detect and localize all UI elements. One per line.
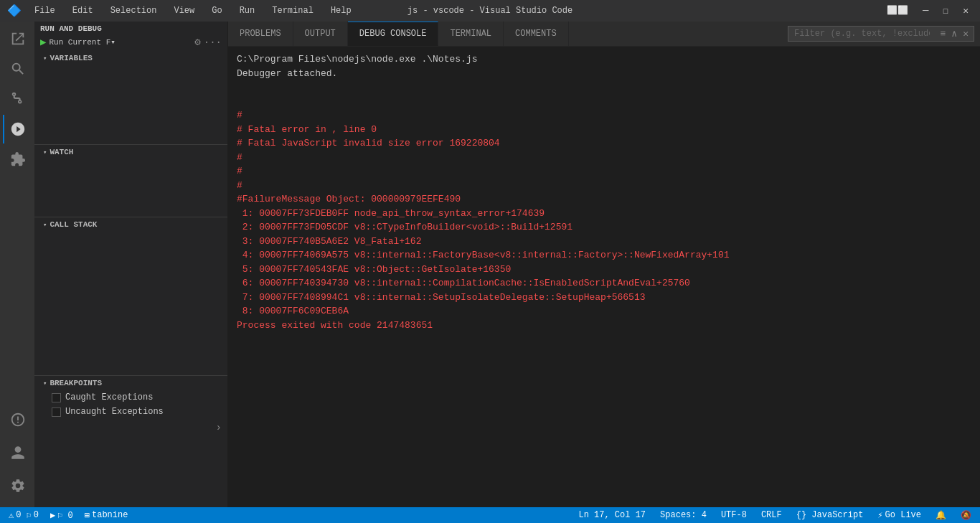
status-encoding[interactable]: UTF-8: [718, 510, 750, 520]
more-actions-button[interactable]: ···: [204, 37, 222, 48]
caught-exceptions-label: Caught Exceptions: [65, 392, 153, 402]
callstack-label: CALL STACK: [50, 220, 97, 229]
tab-output[interactable]: OUTPUT: [293, 22, 348, 46]
filter-close-icon[interactable]: ✕: [961, 27, 971, 40]
breakpoints-chevron-icon: ▾: [43, 380, 47, 387]
title-bar: 🔷 File Edit Selection View Go Run Termin…: [0, 0, 980, 22]
status-tabnine[interactable]: ⊞ tabnine: [82, 510, 131, 521]
run-current-file-button[interactable]: ▶: [40, 36, 46, 48]
window-controls: ⬜⬜ ─ ☐ ✕: [882, 4, 973, 18]
watch-section-header[interactable]: ▾ WATCH: [34, 144, 227, 159]
minimize-button[interactable]: ─: [918, 4, 933, 18]
status-warnings[interactable]: ⚠ 0 ⚐ 0: [6, 510, 42, 521]
breakpoints-section: ▾ BREAKPOINTS Caught Exceptions Uncaught…: [34, 375, 227, 436]
console-line: #: [237, 164, 971, 179]
filter-list-icon[interactable]: ≡: [938, 28, 948, 40]
run-controls: RUN AND DEBUG: [34, 22, 227, 36]
console-line: 3: 00007FF740B5A6E2 V8_Fatal+162: [237, 235, 971, 249]
run-debug-label: RUN AND DEBUG: [40, 24, 102, 33]
sidebar: RUN AND DEBUG ▶ Run Current F▾ ⚙ ··· ▾ V…: [34, 22, 228, 507]
menu-bar: File Edit Selection View Go Run Terminal…: [32, 4, 354, 17]
breakpoints-more-row: ›: [34, 419, 227, 436]
status-line-ending[interactable]: CRLF: [758, 510, 785, 520]
warning-count: 0: [16, 510, 21, 520]
activity-remote[interactable]: [3, 405, 32, 434]
breakpoints-label: BREAKPOINTS: [50, 379, 102, 387]
uncaught-exceptions-label: Uncaught Exceptions: [65, 407, 164, 417]
caught-exceptions-checkbox[interactable]: [52, 393, 61, 402]
console-line: #: [237, 179, 971, 193]
uncaught-exceptions-checkbox[interactable]: [52, 407, 61, 417]
main-area: PROBLEMS OUTPUT DEBUG CONSOLE TERMINAL C…: [228, 22, 980, 507]
activity-extensions[interactable]: [3, 145, 32, 174]
cursor-position-label: Ln 17, Col 17: [578, 510, 646, 520]
layout-icon[interactable]: ⬜⬜: [882, 4, 913, 18]
activity-run-debug[interactable]: [3, 115, 32, 143]
variables-label: VARIABLES: [50, 54, 92, 62]
variables-chevron-icon: ▾: [43, 55, 47, 62]
tab-actions: ≡ ∧ ✕: [782, 22, 980, 46]
callstack-chevron-icon: ▾: [43, 221, 47, 229]
run-controls-bar: ▶ Run Current F▾ ⚙ ···: [34, 36, 227, 51]
console-line: #: [237, 108, 971, 123]
status-mute[interactable]: 🔕: [958, 510, 974, 521]
app-body: RUN AND DEBUG ▶ Run Current F▾ ⚙ ··· ▾ V…: [0, 22, 980, 507]
tab-terminal[interactable]: TERMINAL: [438, 22, 504, 46]
activity-settings[interactable]: [3, 471, 32, 500]
menu-help[interactable]: Help: [328, 4, 354, 17]
line-ending-label: CRLF: [761, 510, 782, 520]
tab-problems[interactable]: PROBLEMS: [228, 22, 293, 46]
tab-comments[interactable]: COMMENTS: [504, 22, 569, 46]
activity-search[interactable]: [3, 55, 32, 83]
watch-content: [34, 159, 227, 217]
breakpoints-expand-icon[interactable]: ›: [216, 422, 222, 433]
console-line: 1: 00007FF73FDEB0FF node_api_throw_synta…: [237, 207, 971, 221]
vscode-logo-icon: 🔷: [7, 4, 22, 18]
filter-input-group: ≡ ∧ ✕: [788, 26, 974, 42]
filter-chevron-up-icon[interactable]: ∧: [949, 27, 959, 40]
status-language[interactable]: {} JavaScript: [793, 510, 867, 520]
console-output[interactable]: C:\Program Files\nodejs\node.exe .\Notes…: [228, 47, 980, 507]
menu-terminal[interactable]: Terminal: [269, 4, 316, 17]
console-line: 7: 00007FF7408994C1 v8::internal::SetupI…: [237, 291, 971, 305]
menu-selection[interactable]: Selection: [108, 4, 160, 17]
console-line: C:\Program Files\nodejs\node.exe .\Notes…: [237, 52, 971, 67]
console-line: 5: 00007FF740543FAE v8::Object::GetIsola…: [237, 263, 971, 277]
callstack-section-header[interactable]: ▾ CALL STACK: [34, 217, 227, 232]
console-line: 2: 00007FF73FD05CDF v8::CTypeInfoBuilder…: [237, 220, 971, 235]
mute-icon: 🔕: [961, 510, 971, 521]
sidebar-sections: ▾ VARIABLES ▾ WATCH ▾ CALL STACK ▾ BREAK…: [34, 51, 227, 507]
watch-label: WATCH: [50, 148, 73, 156]
status-spaces[interactable]: Spaces: 4: [657, 510, 710, 520]
status-go-live[interactable]: ⚡ Go Live: [875, 510, 924, 521]
watch-chevron-icon: ▾: [43, 149, 47, 156]
tabnine-label: tabnine: [92, 510, 128, 520]
console-line: [237, 95, 971, 109]
status-bar-left: ⚠ 0 ⚐ 0 ▶ ⚐ 0 ⊞ tabnine: [6, 510, 131, 521]
restore-button[interactable]: ☐: [938, 4, 953, 18]
status-cursor-position[interactable]: Ln 17, Col 17: [575, 510, 649, 520]
status-bar-right: Ln 17, Col 17 Spaces: 4 UTF-8 CRLF {} Ja…: [575, 510, 974, 521]
menu-edit[interactable]: Edit: [70, 4, 96, 17]
variables-section-header[interactable]: ▾ VARIABLES: [34, 51, 227, 65]
filter-input[interactable]: [788, 27, 936, 41]
callstack-content: [34, 232, 227, 375]
breakpoints-section-header[interactable]: ▾ BREAKPOINTS: [34, 375, 227, 390]
console-line: # Fatal error in , line 0: [237, 123, 971, 137]
tabs-bar: PROBLEMS OUTPUT DEBUG CONSOLE TERMINAL C…: [228, 22, 980, 47]
menu-go[interactable]: Go: [209, 4, 225, 17]
run-status-icon: ▶: [50, 510, 55, 521]
menu-file[interactable]: File: [32, 4, 58, 17]
title-bar-left: 🔷 File Edit Selection View Go Run Termin…: [7, 4, 354, 18]
status-run-file[interactable]: ▶ ⚐ 0: [47, 510, 76, 521]
menu-view[interactable]: View: [171, 4, 197, 17]
tab-debug-console[interactable]: DEBUG CONSOLE: [348, 22, 439, 46]
status-notifications[interactable]: 🔔: [933, 510, 949, 521]
activity-explorer[interactable]: [3, 24, 32, 53]
run-config-name[interactable]: Run Current F▾: [49, 37, 192, 47]
open-launch-json-button[interactable]: ⚙: [194, 36, 200, 48]
menu-run[interactable]: Run: [237, 4, 258, 17]
activity-source-control[interactable]: [3, 85, 32, 113]
activity-accounts[interactable]: [3, 438, 32, 467]
close-button[interactable]: ✕: [958, 4, 973, 18]
